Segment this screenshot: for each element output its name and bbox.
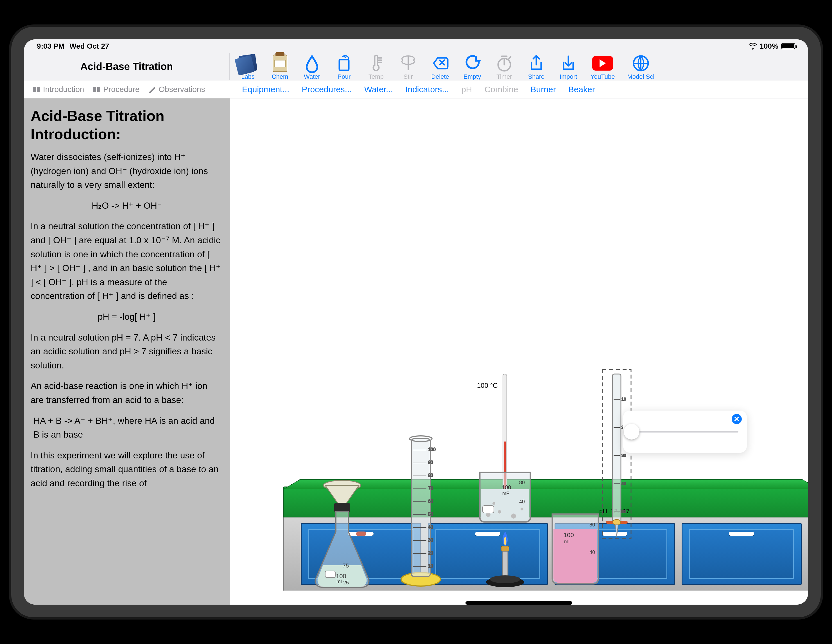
svg-rect-12 bbox=[411, 439, 430, 577]
svg-text:50: 50 bbox=[428, 512, 433, 517]
tool-pour-label: Pour bbox=[338, 73, 350, 80]
subbar-indicators[interactable]: Indicators... bbox=[405, 85, 449, 94]
svg-rect-5 bbox=[356, 532, 366, 536]
content-p1: Water dissociates (self-ionizes) into H⁺… bbox=[30, 150, 223, 192]
lab-canvas[interactable]: 100 °C pH: 12.117 bbox=[230, 98, 808, 605]
share-icon bbox=[528, 54, 545, 72]
slider-track[interactable] bbox=[632, 431, 738, 433]
content-heading: Acid-Base Titration Introduction: bbox=[30, 107, 223, 143]
svg-point-39 bbox=[511, 514, 516, 519]
content-p3: In a neutral solution pH = 7. A pH < 7 i… bbox=[30, 331, 223, 373]
subbar-equipment[interactable]: Equipment... bbox=[242, 85, 289, 94]
tool-timer-label: Timer bbox=[496, 73, 512, 80]
water-drop-icon bbox=[303, 54, 321, 72]
svg-text:75: 75 bbox=[342, 562, 349, 569]
tool-water[interactable]: Water bbox=[302, 54, 322, 80]
burette-selected[interactable]: 10 20 30 40 50 bbox=[601, 368, 632, 588]
tab-procedure-label: Procedure bbox=[103, 85, 139, 94]
subbar-burner[interactable]: Burner bbox=[531, 85, 556, 94]
tool-share-label: Share bbox=[528, 73, 545, 80]
tool-modelsci-label: Model Sci bbox=[627, 73, 654, 80]
svg-point-40 bbox=[520, 508, 523, 510]
graduated-cylinder[interactable]: 100 90 80 70 60 50 40 30 20 10 bbox=[398, 428, 443, 588]
main-toolbar: Labs Chem Water Pour Temp Stir bbox=[230, 53, 808, 80]
tool-temp-label: Temp bbox=[368, 73, 384, 80]
tool-import-label: Import bbox=[560, 73, 577, 80]
svg-text:40: 40 bbox=[428, 525, 433, 530]
content-p4: An acid-base reaction is one in which H⁺… bbox=[30, 379, 223, 407]
tab-observations-label: Observations bbox=[159, 85, 205, 94]
svg-text:10: 10 bbox=[621, 397, 626, 401]
empty-icon bbox=[464, 54, 481, 72]
tab-introduction-label: Introduction bbox=[43, 85, 84, 94]
slider-knob[interactable] bbox=[624, 424, 640, 439]
svg-text:40: 40 bbox=[621, 481, 626, 486]
tool-temp: Temp bbox=[366, 54, 386, 80]
tool-modelsci[interactable]: Model Sci bbox=[627, 54, 654, 80]
subbar-combine: Combine bbox=[485, 85, 518, 94]
svg-text:90: 90 bbox=[428, 460, 433, 465]
tool-chem-label: Chem bbox=[272, 73, 288, 80]
labs-icon bbox=[240, 54, 256, 72]
status-time: 9:03 PM bbox=[37, 42, 64, 51]
content-eq2: pH = -log[ H⁺ ] bbox=[30, 310, 223, 324]
close-icon[interactable]: ✕ bbox=[732, 414, 742, 424]
svg-rect-0 bbox=[339, 59, 349, 70]
tool-timer: Timer bbox=[494, 54, 514, 80]
svg-text:100: 100 bbox=[428, 447, 436, 452]
battery-icon bbox=[781, 43, 795, 49]
tool-empty[interactable]: Empty bbox=[462, 54, 482, 80]
status-date: Wed Oct 27 bbox=[69, 42, 109, 51]
bench-drawer bbox=[682, 523, 802, 585]
page-title: Acid-Base Titration bbox=[24, 53, 230, 80]
import-icon bbox=[560, 54, 577, 72]
svg-text:80: 80 bbox=[589, 522, 595, 527]
tool-delete-label: Delete bbox=[431, 73, 449, 80]
tab-introduction[interactable]: Introduction bbox=[32, 85, 84, 94]
pencil-icon bbox=[148, 86, 157, 93]
content-p5: In this experiment we will explore the u… bbox=[30, 449, 223, 490]
svg-point-68 bbox=[613, 519, 621, 525]
tool-youtube[interactable]: YouTube bbox=[590, 54, 615, 80]
status-battery-pct: 100% bbox=[760, 42, 779, 51]
wifi-icon bbox=[749, 42, 757, 51]
subbar-ph: pH bbox=[461, 85, 472, 94]
svg-text:40: 40 bbox=[519, 499, 525, 505]
tool-pour[interactable]: Pour bbox=[334, 54, 354, 80]
tool-share[interactable]: Share bbox=[526, 54, 546, 80]
delete-icon bbox=[432, 54, 449, 72]
tool-labs[interactable]: Labs bbox=[238, 54, 258, 80]
content-panel: Acid-Base Titration Introduction: Water … bbox=[24, 98, 230, 605]
svg-text:80: 80 bbox=[428, 473, 433, 478]
tool-delete[interactable]: Delete bbox=[430, 54, 450, 80]
svg-text:mF: mF bbox=[502, 491, 509, 496]
tool-stir: Stir bbox=[398, 54, 418, 80]
subbar-water[interactable]: Water... bbox=[364, 85, 393, 94]
subbar-procedures[interactable]: Procedures... bbox=[302, 85, 352, 94]
svg-rect-47 bbox=[501, 546, 509, 551]
svg-text:80: 80 bbox=[519, 480, 525, 485]
svg-text:70: 70 bbox=[428, 486, 433, 491]
indicator-beaker[interactable]: 100 ml 80 40 bbox=[547, 509, 603, 588]
heated-beaker-assembly[interactable]: 100 mF 80 40 bbox=[469, 374, 542, 588]
globe-icon bbox=[632, 54, 650, 72]
sidebar-tabs: Introduction Procedure Observations bbox=[32, 85, 230, 94]
svg-text:60: 60 bbox=[428, 499, 433, 504]
status-bar: 9:03 PM Wed Oct 27 100% bbox=[24, 39, 808, 53]
sub-toolbar: Introduction Procedure Observations Equi… bbox=[24, 80, 808, 98]
svg-text:100: 100 bbox=[563, 532, 574, 538]
svg-rect-4 bbox=[334, 503, 350, 513]
svg-text:20: 20 bbox=[428, 551, 433, 556]
svg-text:30: 30 bbox=[621, 453, 626, 458]
tab-procedure[interactable]: Procedure bbox=[93, 85, 139, 94]
subbar-beaker[interactable]: Beaker bbox=[568, 85, 595, 94]
tool-water-label: Water bbox=[304, 73, 320, 80]
tool-chem[interactable]: Chem bbox=[270, 54, 290, 80]
burette-slider-popover[interactable]: ✕ bbox=[623, 410, 747, 453]
youtube-icon bbox=[592, 54, 613, 72]
tab-observations[interactable]: Observations bbox=[148, 85, 205, 94]
svg-rect-56 bbox=[613, 374, 621, 523]
erlenmeyer-flask[interactable]: 75 100 ml 25 bbox=[308, 469, 376, 588]
tool-youtube-label: YouTube bbox=[590, 73, 615, 80]
tool-import[interactable]: Import bbox=[558, 54, 578, 80]
